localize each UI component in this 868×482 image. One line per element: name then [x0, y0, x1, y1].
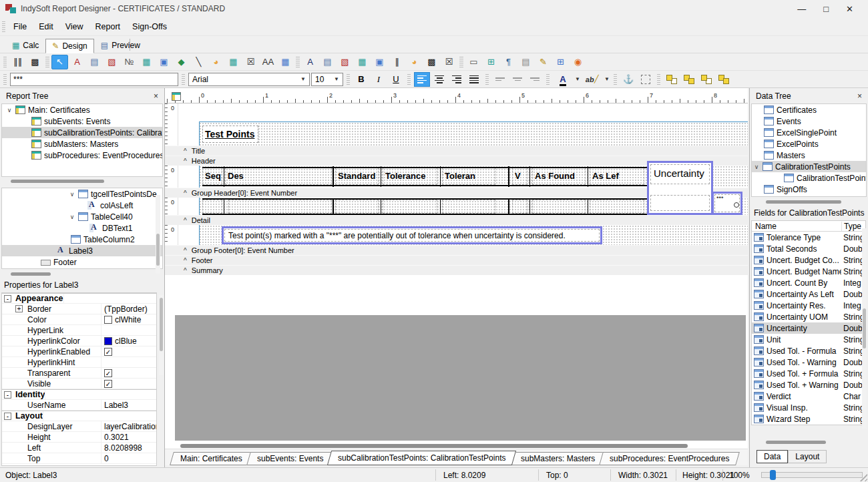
uncertainty-column-selection[interactable]: Uncertainty — [647, 161, 713, 215]
property-row[interactable]: HyperLink — [2, 325, 156, 336]
data-cell[interactable] — [335, 200, 379, 214]
field-row[interactable]: Unit String — [752, 334, 865, 345]
align-left-button[interactable] — [414, 72, 430, 87]
expander-icon[interactable]: - — [4, 413, 11, 420]
data-cell[interactable] — [202, 200, 222, 214]
maximize-button[interactable]: □ — [823, 4, 829, 14]
paintbrush-tool[interactable]: ✎ — [535, 55, 552, 69]
highlight-color-button[interactable]: ab╱ — [582, 72, 602, 87]
field-row[interactable]: Verdict Char — [752, 391, 865, 402]
chart-tool[interactable]: ◕ — [208, 55, 224, 69]
dbcheckbox-tool[interactable]: ☒ — [441, 55, 457, 69]
close-icon[interactable]: × — [857, 91, 862, 101]
report-object-item[interactable]: TableCell40 — [2, 211, 162, 222]
chars-tool[interactable]: AA — [260, 55, 276, 69]
property-row[interactable]: + Border (TppBorder) — [2, 304, 156, 314]
font-color-button[interactable]: A — [553, 72, 573, 87]
report-tree-item[interactable]: Main: Certificates — [2, 104, 162, 115]
dbimage-tool[interactable]: ▣ — [371, 55, 388, 69]
grid-tool[interactable]: ▦ — [277, 55, 294, 69]
shape-tool[interactable]: ◆ — [173, 55, 190, 69]
dbtext-tool[interactable]: A — [302, 55, 318, 69]
chevron-down-icon[interactable]: ▼ — [330, 76, 339, 82]
align-justify-button[interactable] — [466, 72, 482, 87]
valign-top-button[interactable] — [492, 72, 508, 87]
underline-button[interactable]: U — [388, 72, 404, 87]
column-header-description[interactable]: Des — [225, 168, 332, 185]
property-value[interactable]: clWhite — [115, 315, 141, 324]
chevron-down-icon[interactable]: ▼ — [296, 76, 306, 82]
property-row[interactable]: Height 0.3021 — [2, 432, 156, 443]
panel-tab[interactable]: Layout — [788, 450, 827, 463]
subreport-tab[interactable]: subCalibrationTestPoints: CalibrationTes… — [327, 451, 517, 465]
zoom-slider-thumb[interactable] — [770, 470, 776, 480]
warning-label-object[interactable]: Test point(s) marked with a "***" are po… — [222, 226, 602, 244]
report-object-item[interactable]: Label3 — [2, 245, 162, 256]
subreport-tab[interactable]: subProcedures: EventProcedures — [599, 452, 740, 465]
report-object-item[interactable]: TableColumn2 — [2, 234, 162, 245]
horizontal-scrollbar[interactable] — [766, 441, 826, 444]
valign-bottom-button[interactable] — [527, 72, 543, 87]
field-row[interactable]: Uncertainty Doub — [752, 322, 865, 334]
property-row[interactable]: Left 8.0208998 — [2, 443, 156, 453]
align-center-button[interactable] — [431, 72, 447, 87]
report-tree-item[interactable]: subEvents: Events — [2, 115, 162, 127]
field-row[interactable]: Uncertainty Res. Integ — [752, 300, 865, 311]
barcode-2d-tool[interactable]: ▩ — [27, 55, 43, 69]
barcode-tool[interactable]: ∥∥ — [9, 55, 26, 69]
band-bar-title[interactable]: Title — [165, 146, 748, 156]
property-value[interactable]: 0 — [104, 454, 109, 463]
subreport-tool[interactable]: ⊞ — [483, 55, 499, 69]
variable-tool[interactable]: ▦ — [138, 55, 155, 69]
field-row[interactable]: Uncertainty As Left Doub — [752, 288, 865, 300]
menu-item[interactable]: Edit — [33, 20, 59, 33]
property-value[interactable]: 0.3021 — [104, 433, 129, 442]
menu-item[interactable]: Report — [89, 20, 127, 33]
column-header-as-found[interactable]: As Found — [532, 168, 586, 185]
band-bar-group-footer[interactable]: Group Footer[0]: Event Number — [165, 245, 748, 255]
report-tree-item[interactable]: subCalibrationTestPoints: CalibrationT — [2, 127, 162, 138]
data-tree-item[interactable]: ExcelPoints — [752, 138, 866, 150]
horizontal-scrollbar[interactable] — [11, 180, 104, 183]
view-tab[interactable]: ✎ Design — [45, 39, 93, 53]
report-object-item[interactable]: Footer — [2, 256, 162, 268]
move-forward-button[interactable] — [698, 72, 714, 87]
image-tool[interactable]: ▣ — [156, 55, 172, 69]
db2dbarcode-tool[interactable]: ▩ — [423, 55, 440, 69]
vertical-scrollbar[interactable] — [159, 295, 164, 375]
memo-tool[interactable]: ▤ — [86, 55, 103, 69]
field-row[interactable]: Used Tol. + Warning Doub — [752, 379, 865, 391]
field-row[interactable]: Uncert. Count By Integ — [752, 277, 865, 288]
data-tree-item[interactable]: Masters — [752, 150, 866, 161]
column-header-standard[interactable]: Standard — [335, 168, 379, 185]
property-value[interactable]: Label3 — [104, 401, 128, 410]
chevron-down-icon[interactable] — [69, 214, 75, 220]
line-tool[interactable]: ╲ — [190, 55, 207, 69]
field-row[interactable]: Used Tol. + Formula String — [752, 368, 865, 379]
font-name-combo[interactable]: Arial ▼ — [188, 73, 310, 86]
field-row[interactable]: Visual Insp. String — [752, 402, 865, 413]
data-tree-item[interactable]: Events — [752, 115, 866, 127]
expander-icon[interactable]: + — [15, 305, 23, 312]
view-tab[interactable]: ▤ Preview — [94, 38, 147, 53]
column-header-tolerance[interactable]: Tolerance — [383, 168, 437, 185]
band-bar-summary[interactable]: Summary — [165, 265, 748, 275]
subreport-tab[interactable]: subMasters: Masters — [510, 452, 606, 465]
data-cell[interactable] — [228, 200, 332, 214]
report-object-item[interactable]: tgcellTestPointsDe — [2, 188, 162, 200]
field-row[interactable]: Used Tol. - Formula String — [752, 345, 865, 356]
field-row[interactable]: Uncertainty UOM String — [752, 311, 865, 322]
table-tool[interactable]: ⊞ — [552, 55, 569, 69]
data-tree-item[interactable]: ExcelSinglePoint — [752, 127, 866, 138]
filelink-tool[interactable]: ▤ — [517, 55, 534, 69]
field-row[interactable]: Tolerance Type String — [752, 232, 865, 243]
column-header-seq[interactable]: Seq — [202, 168, 222, 185]
column-header-as-left[interactable]: As Lef — [590, 168, 644, 185]
minimize-button[interactable]: — — [797, 4, 806, 14]
property-row[interactable]: Top 0 — [2, 453, 156, 464]
geocode-tool[interactable]: ◉ — [570, 55, 586, 69]
select-tool[interactable]: ↖ — [51, 55, 68, 69]
data-cell[interactable] — [512, 200, 527, 214]
zoom-slider[interactable] — [761, 472, 863, 478]
move-backward-button[interactable] — [716, 72, 732, 87]
